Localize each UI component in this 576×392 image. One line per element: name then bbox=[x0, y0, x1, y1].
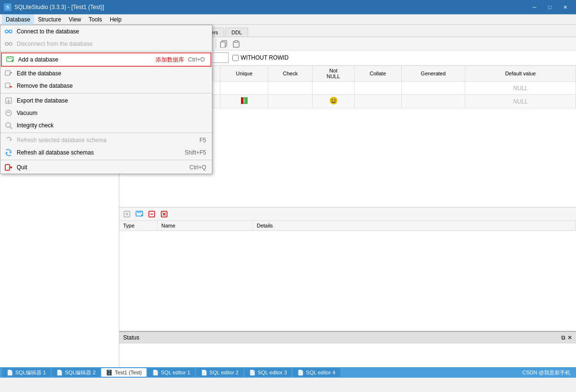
menu-item-refresh-selected[interactable]: Refresh selected database schema F5 bbox=[0, 134, 212, 146]
quit-label: Quit bbox=[17, 164, 186, 171]
col-header-default-value: Default value bbox=[465, 66, 576, 82]
menu-item-edit-database[interactable]: Edit the database bbox=[0, 67, 212, 80]
bottom-tab-sqleditor2-label: SQL editor 2 bbox=[209, 370, 239, 375]
menu-item-add-database[interactable]: Add a database 添加数据库 Ctrl+O bbox=[1, 52, 211, 67]
menu-database[interactable]: Database bbox=[2, 14, 34, 25]
edit-database-label: Edit the database bbox=[17, 70, 206, 77]
database-dropdown-menu: Connect to the database Disconnect from … bbox=[0, 25, 212, 174]
svg-point-58 bbox=[330, 97, 337, 104]
svg-rect-56 bbox=[243, 97, 248, 104]
status-controls: ⧉ ✕ bbox=[561, 334, 572, 341]
status-close-btn[interactable]: ✕ bbox=[567, 334, 572, 341]
menu-item-connect[interactable]: Connect to the database bbox=[0, 25, 212, 38]
remove-database-label: Remove the database bbox=[17, 83, 206, 89]
svg-point-7 bbox=[8, 57, 12, 59]
svg-point-62 bbox=[335, 99, 335, 100]
refresh-selected-label: Refresh selected database schema bbox=[17, 137, 196, 144]
title-bar-left: S SQLiteStudio (3.3.3) - [Test1 (Test)] bbox=[4, 3, 104, 11]
menu-item-vacuum[interactable]: Vacuum bbox=[0, 107, 212, 119]
integrity-label: Integrity check bbox=[17, 122, 206, 129]
connect-icon bbox=[4, 27, 13, 36]
cell-not-null-2[interactable] bbox=[313, 95, 354, 108]
menu-item-refresh-all[interactable]: Refresh all database schemas Shift+F5 bbox=[0, 146, 212, 159]
disconnect-icon bbox=[4, 40, 13, 48]
menu-item-remove-database[interactable]: Remove the database bbox=[0, 80, 212, 92]
bottom-tab-test1-icon: 🗄️ bbox=[106, 370, 113, 376]
menu-structure[interactable]: Structure bbox=[34, 14, 65, 25]
cell-not-null-1[interactable] bbox=[313, 82, 354, 95]
status-label: Status bbox=[123, 334, 139, 341]
disconnect-label: Disconnect from the database bbox=[17, 41, 206, 47]
cell-unique-1[interactable] bbox=[220, 82, 268, 95]
menu-tools[interactable]: Tools bbox=[85, 14, 106, 25]
cell-check-2[interactable] bbox=[268, 95, 313, 108]
bottom-btn-1[interactable] bbox=[121, 208, 133, 220]
bottom-tab-sql1-label: SQL编辑器 1 bbox=[15, 369, 46, 376]
cell-collate-1[interactable] bbox=[354, 82, 401, 95]
cell-default-2[interactable]: NULL bbox=[465, 95, 576, 108]
menu-item-export[interactable]: Export the database bbox=[0, 94, 212, 107]
bottom-tab-sqleditor4-icon: 📄 bbox=[297, 370, 304, 376]
bottom-tab-sqleditor4[interactable]: 📄 SQL editor 4 bbox=[293, 368, 340, 377]
without-rowid-text: WITHOUT ROWID bbox=[241, 54, 288, 61]
bottom-content-area bbox=[119, 231, 576, 331]
cell-generated-1[interactable] bbox=[401, 82, 465, 95]
null-text-1: NULL bbox=[513, 85, 528, 92]
bottom-toolbar bbox=[119, 207, 576, 221]
cell-collate-2[interactable] bbox=[354, 95, 401, 108]
without-rowid-checkbox[interactable] bbox=[232, 55, 239, 61]
cell-generated-2[interactable] bbox=[401, 95, 465, 108]
cell-default-1[interactable]: NULL bbox=[465, 82, 576, 95]
app-icon: S bbox=[4, 3, 11, 11]
menu-item-disconnect[interactable]: Disconnect from the database bbox=[0, 38, 212, 50]
bottom-tab-sql2-label: SQL编辑器 2 bbox=[65, 369, 95, 376]
sep-1 bbox=[0, 51, 212, 52]
bottom-col-name: Name bbox=[157, 221, 253, 230]
close-button[interactable]: ✕ bbox=[558, 2, 572, 12]
bottom-tab-sqleditor4-label: SQL editor 4 bbox=[306, 370, 335, 375]
status-header: Status ⧉ ✕ bbox=[119, 332, 576, 343]
sep-3 bbox=[0, 133, 212, 133]
col-header-not-null: NotNULL bbox=[313, 66, 354, 82]
bottom-tab-sql2[interactable]: 📄 SQL编辑器 2 bbox=[52, 368, 100, 377]
svg-rect-13 bbox=[5, 83, 10, 88]
menu-item-integrity[interactable]: Integrity check bbox=[0, 119, 212, 132]
bottom-tab-sqleditor3-icon: 📄 bbox=[249, 370, 256, 376]
bottom-btn-3[interactable] bbox=[146, 208, 157, 220]
menu-help[interactable]: Help bbox=[106, 14, 126, 25]
content-toolbar-btn-paste[interactable] bbox=[230, 38, 242, 50]
bottom-tab-sql2-icon: 📄 bbox=[56, 370, 63, 376]
bottom-btn-2[interactable] bbox=[134, 208, 145, 220]
status-maximize-btn[interactable]: ⧉ bbox=[561, 334, 566, 341]
svg-point-67 bbox=[137, 211, 141, 213]
content-toolbar-btn-copy[interactable] bbox=[218, 38, 230, 50]
bottom-col-details: Details bbox=[253, 221, 576, 230]
svg-point-18 bbox=[6, 123, 10, 127]
tab-ddl[interactable]: DDL bbox=[225, 28, 248, 37]
maximize-button[interactable]: □ bbox=[543, 2, 557, 12]
bottom-tab-sqleditor1-icon: 📄 bbox=[152, 370, 159, 376]
bottom-tab-sql1[interactable]: 📄 SQL编辑器 1 bbox=[2, 368, 51, 377]
bottom-tab-sqleditor2[interactable]: 📄 SQL editor 2 bbox=[196, 368, 243, 377]
bottom-tab-sqleditor3[interactable]: 📄 SQL editor 3 bbox=[244, 368, 292, 377]
col-header-unique: Unique bbox=[220, 66, 268, 82]
menu-view[interactable]: View bbox=[65, 14, 85, 25]
menu-item-quit[interactable]: Quit Ctrl+Q bbox=[0, 161, 212, 174]
cell-unique-2[interactable] bbox=[220, 95, 268, 108]
bottom-tab-test1[interactable]: 🗄️ Test1 (Test) bbox=[101, 368, 147, 377]
status-section: Status ⧉ ✕ bbox=[119, 331, 576, 367]
bottom-table-header: Type Name Details bbox=[119, 221, 576, 231]
svg-rect-10 bbox=[5, 71, 10, 75]
minimize-button[interactable]: ─ bbox=[527, 2, 542, 12]
bottom-section: Type Name Details bbox=[119, 207, 576, 331]
toolbar-sep-3 bbox=[216, 39, 216, 49]
cell-check-1[interactable] bbox=[268, 82, 313, 95]
bottom-tab-sqleditor1[interactable]: 📄 SQL editor 1 bbox=[147, 368, 195, 377]
without-rowid-label: WITHOUT ROWID bbox=[232, 54, 288, 61]
connect-label: Connect to the database bbox=[17, 28, 206, 35]
bottom-tab-test1-label: Test1 (Test) bbox=[115, 370, 142, 375]
bottom-btn-4[interactable] bbox=[158, 208, 170, 220]
svg-point-1 bbox=[9, 30, 12, 33]
quit-icon bbox=[4, 163, 13, 172]
bottom-col-type: Type bbox=[119, 221, 157, 230]
